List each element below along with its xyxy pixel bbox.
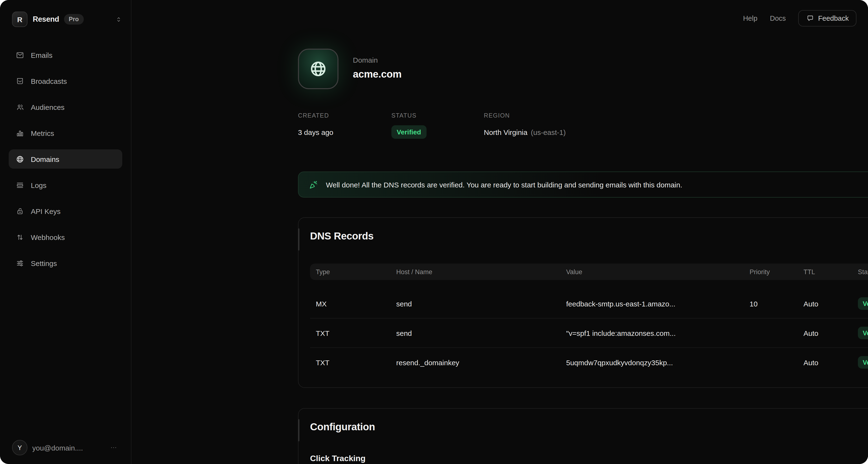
sidebar-item-emails[interactable]: Emails xyxy=(9,45,122,64)
sidebar-item-logs[interactable]: Logs xyxy=(9,175,122,195)
sidebar-item-label: Domains xyxy=(31,155,59,163)
sidebar-item-label: Emails xyxy=(31,51,53,59)
ellipsis-icon[interactable] xyxy=(110,444,118,452)
globe-icon xyxy=(309,60,328,78)
configuration-title: Configuration xyxy=(310,420,868,434)
cell-type: TXT xyxy=(310,329,391,337)
cell-value: "v=spf1 include:amazonses.com... xyxy=(560,329,744,337)
created-value: 3 days ago xyxy=(298,125,392,139)
col-ttl: TTL xyxy=(798,268,852,276)
dns-records-title: DNS Records xyxy=(310,229,868,243)
configuration-card: Configuration Click Tracking xyxy=(298,408,868,464)
sidebar-item-settings[interactable]: Settings xyxy=(9,254,122,273)
section-anchor-bar xyxy=(298,228,300,251)
chevron-up-down-icon xyxy=(115,16,122,23)
user-email: you@domain.... xyxy=(32,443,83,452)
table-row[interactable]: TXT resend._domainkey 5uqmdw7qpxudkyvdon… xyxy=(310,348,868,377)
sidebar-item-label: Logs xyxy=(31,181,46,189)
status-badge: Verified xyxy=(392,125,426,139)
meta-status: STATUS Verified xyxy=(392,112,484,139)
sidebar-item-audiences[interactable]: Audiences xyxy=(9,97,122,117)
col-priority: Priority xyxy=(744,268,798,276)
sidebar: R Resend Pro Emails Broadcasts Audiences… xyxy=(0,0,131,464)
meta-created: CREATED 3 days ago xyxy=(298,112,392,139)
region-code: (us-east-1) xyxy=(531,128,566,136)
success-banner: Well done! All the DNS records are verif… xyxy=(298,172,868,198)
table-header: Type Host / Name Value Priority TTL Stat… xyxy=(310,264,868,280)
cell-priority: 10 xyxy=(744,299,798,308)
app-window: R Resend Pro Emails Broadcasts Audiences… xyxy=(0,0,868,464)
globe-icon xyxy=(16,155,24,163)
sidebar-item-label: API Keys xyxy=(31,207,60,215)
col-host: Host / Name xyxy=(391,268,560,276)
domain-label: Domain xyxy=(353,56,402,64)
region-label: REGION xyxy=(484,112,566,119)
cell-ttl: Auto xyxy=(798,329,852,337)
verified-badge: Verified xyxy=(858,327,868,339)
table-row[interactable]: MX send feedback-smtp.us-east-1.amazo...… xyxy=(310,289,868,318)
rows-icon xyxy=(16,181,24,189)
meta-region: REGION North Virginia(us-east-1) xyxy=(484,112,566,139)
lock-icon xyxy=(16,207,24,215)
sidebar-item-domains[interactable]: Domains xyxy=(9,149,122,169)
dns-records-card: DNS Records Type Host / Name Value Prior… xyxy=(298,217,868,388)
verified-badge: Verified xyxy=(858,297,868,310)
sidebar-item-label: Webhooks xyxy=(31,233,65,241)
cell-host: resend._domainkey xyxy=(391,358,560,367)
plan-badge: Pro xyxy=(64,14,84,25)
banner-message: Well done! All the DNS records are verif… xyxy=(326,180,682,188)
resend-logo: R xyxy=(12,11,27,27)
workspace-name: Resend xyxy=(33,15,59,24)
created-label: CREATED xyxy=(298,112,392,119)
sidebar-item-metrics[interactable]: Metrics xyxy=(9,123,122,143)
avatar-letter: Y xyxy=(18,444,22,451)
bar-chart-icon xyxy=(16,129,24,137)
domain-meta-row: CREATED 3 days ago STATUS Verified REGIO… xyxy=(298,112,566,139)
arrows-up-down-icon xyxy=(16,233,24,241)
workspace-switcher[interactable]: R Resend Pro xyxy=(12,10,122,29)
sliders-icon xyxy=(16,259,24,267)
cell-type: MX xyxy=(310,299,391,308)
region-value: North Virginia xyxy=(484,128,527,136)
sidebar-item-api-keys[interactable]: API Keys xyxy=(9,201,122,221)
click-tracking-label: Click Tracking xyxy=(310,454,868,464)
sidebar-item-label: Settings xyxy=(31,259,57,267)
page-title: acme.com xyxy=(353,68,402,80)
logo-letter: R xyxy=(17,15,22,23)
col-type: Type xyxy=(310,268,391,276)
sidebar-item-label: Broadcasts xyxy=(31,77,67,85)
user-menu[interactable]: Y you@domain.... xyxy=(12,438,118,457)
cell-host: send xyxy=(391,299,560,308)
table-row[interactable]: TXT send "v=spf1 include:amazonses.com..… xyxy=(310,318,868,348)
verified-badge: Verified xyxy=(858,356,868,369)
cell-type: TXT xyxy=(310,358,391,367)
domain-icon-tile xyxy=(298,49,338,89)
status-label: STATUS xyxy=(392,112,484,119)
party-popper-icon xyxy=(309,180,318,189)
cell-host: send xyxy=(391,329,560,337)
sidebar-item-broadcasts[interactable]: Broadcasts xyxy=(9,71,122,91)
cell-value: feedback-smtp.us-east-1.amazo... xyxy=(560,299,744,308)
main-content: Help Docs Feedback Domain acme.com API A xyxy=(131,0,868,464)
domain-page: Domain acme.com API A CREATED 3 days ago xyxy=(298,0,868,464)
mail-icon xyxy=(16,51,24,59)
domain-heading: Domain acme.com xyxy=(353,56,402,80)
sidebar-item-label: Audiences xyxy=(31,103,64,111)
sidebar-item-webhooks[interactable]: Webhooks xyxy=(9,227,122,247)
col-value: Value xyxy=(560,268,744,276)
users-icon xyxy=(16,103,24,111)
cell-value: 5uqmdw7qpxudkyvdonqzy35kp... xyxy=(560,358,744,367)
section-anchor-bar xyxy=(298,419,300,441)
col-status: Status xyxy=(852,268,868,276)
sidebar-nav: Emails Broadcasts Audiences Metrics Doma… xyxy=(9,45,122,280)
avatar: Y xyxy=(12,440,27,455)
cell-ttl: Auto xyxy=(798,299,852,308)
table-body: MX send feedback-smtp.us-east-1.amazo...… xyxy=(310,289,868,377)
cell-ttl: Auto xyxy=(798,358,852,367)
sidebar-item-label: Metrics xyxy=(31,129,54,137)
broadcast-icon xyxy=(16,77,24,85)
